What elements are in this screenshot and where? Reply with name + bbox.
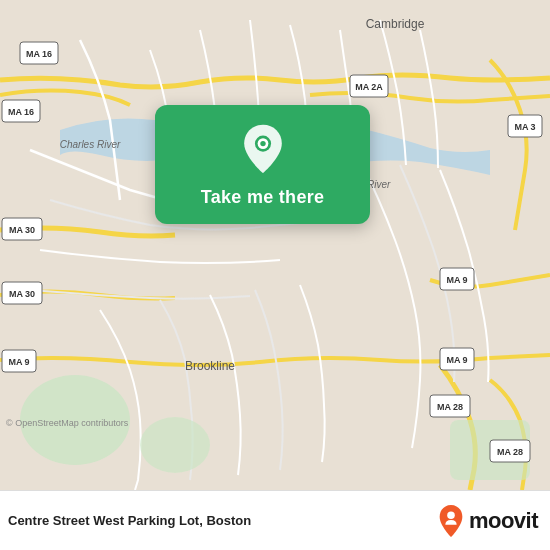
svg-text:MA 9: MA 9 (8, 357, 29, 367)
svg-text:MA 3: MA 3 (514, 122, 535, 132)
svg-text:MA 9: MA 9 (446, 275, 467, 285)
svg-text:Charles River: Charles River (60, 139, 121, 150)
svg-text:MA 16: MA 16 (8, 107, 34, 117)
svg-text:MA 16: MA 16 (26, 49, 52, 59)
svg-point-32 (260, 141, 265, 146)
bottom-bar: Centre Street West Parking Lot, Boston m… (0, 490, 550, 550)
svg-text:Cambridge: Cambridge (366, 17, 425, 31)
osm-credit: © OpenStreetMap contributors (6, 418, 128, 428)
svg-text:Brookline: Brookline (185, 359, 235, 373)
svg-point-2 (140, 417, 210, 473)
location-name: Centre Street West Parking Lot, Boston (8, 513, 251, 528)
moovit-logo: moovit (437, 504, 538, 538)
svg-text:MA 2A: MA 2A (355, 82, 383, 92)
moovit-pin-icon (437, 504, 465, 538)
location-pin-icon (237, 123, 289, 175)
svg-text:MA 28: MA 28 (437, 402, 463, 412)
action-card: Take me there (155, 105, 370, 224)
svg-text:MA 30: MA 30 (9, 225, 35, 235)
svg-text:MA 30: MA 30 (9, 289, 35, 299)
location-info: Centre Street West Parking Lot, Boston (8, 513, 251, 528)
svg-text:MA 28: MA 28 (497, 447, 523, 457)
svg-text:MA 9: MA 9 (446, 355, 467, 365)
moovit-text: moovit (469, 508, 538, 534)
map-container: MA 16 MA 16 MA 2A MA 3 MA 30 MA 30 MA 9 … (0, 0, 550, 490)
map-background: MA 16 MA 16 MA 2A MA 3 MA 30 MA 30 MA 9 … (0, 0, 550, 490)
svg-point-33 (447, 511, 455, 519)
take-me-there-button[interactable]: Take me there (201, 187, 325, 208)
